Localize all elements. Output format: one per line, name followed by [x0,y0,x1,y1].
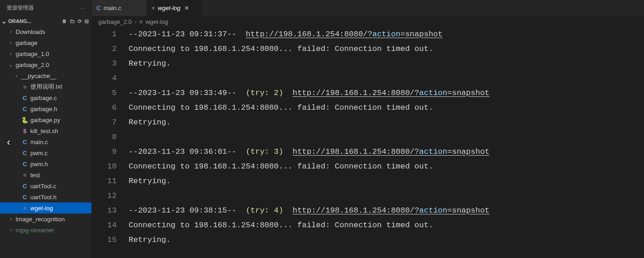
tree-file[interactable]: CuartTool.h [0,191,91,202]
breadcrumb-seg-folder[interactable]: garbage_2.0 [98,18,132,25]
editor-tab[interactable]: ≡wget-log✕ [147,0,202,16]
tree-file[interactable]: $kill_test.sh [0,125,91,136]
code-line[interactable] [129,71,644,86]
link-url[interactable]: http://198.168.1.254:8080/?action=snapsh… [246,30,443,39]
tree-item-label: __pycache__ [21,73,56,79]
file-icon: ≡ [139,18,143,25]
tree-file[interactable]: 🐍garbage.py [0,114,91,125]
code-line[interactable]: --2023-11-23 09:36:01-- (try: 3) http://… [129,145,644,159]
chevron-icon: › [8,216,14,222]
tree-item-label: test [30,172,40,179]
code-line[interactable] [129,130,644,145]
code-line[interactable]: --2023-11-23 09:31:37-- http://198.168.1… [129,27,644,42]
tree-file[interactable]: Cgarbage.h [0,103,91,114]
code-line[interactable]: Connecting to 198.168.1.254:8080... fail… [129,159,644,174]
tree-item-label: Downloads [16,28,45,35]
code-line[interactable]: --2023-11-23 09:38:15-- (try: 4) http://… [129,203,644,218]
code-line[interactable]: Connecting to 198.168.1.254:8080... fail… [129,42,644,56]
editor-tab[interactable]: Cmain.c [92,0,147,16]
code-line[interactable]: Retrying. [129,233,644,247]
tree-file[interactable]: Cpwm.h [0,158,91,169]
code-line[interactable]: Connecting to 198.168.1.254:8080... fail… [129,101,644,115]
tree-item-label: main.c [30,139,48,146]
sidebar: 资源管理器 ··· ⌄ ORANG... 🗎 🗀 ⟳ ⊟ ›Downloads›… [0,0,92,258]
tree-file[interactable]: Cmain.c [0,136,91,147]
workspace-name: ORANG... [8,18,61,24]
line-number: 8 [92,130,117,145]
link-url[interactable]: http://198.168.1.254:8080/?action=snapsh… [293,147,490,156]
tree-folder[interactable]: ›Downloads [0,26,91,37]
line-number: 3 [92,56,117,71]
tree-folder[interactable]: ›mjpg-streamer [0,224,91,236]
file-icon: C [21,106,28,112]
file-icon: $ [21,128,28,135]
file-icon: ≡ [152,5,155,11]
new-folder-icon[interactable]: 🗀 [70,18,75,24]
tree-folder[interactable]: ›garbage_1.0 [0,48,91,59]
breadcrumb[interactable]: garbage_2.0 › ≡ wget-log [92,16,644,27]
sidebar-more-icon[interactable]: ··· [78,4,88,12]
file-icon: C [96,5,101,11]
tree-item-label: kill_test.sh [30,128,58,135]
breadcrumb-seg-file[interactable]: wget-log [146,18,168,25]
chevron-icon: ⌄ [8,62,14,68]
code-line[interactable]: Retrying. [129,174,644,189]
url-param: action [419,147,447,156]
line-number: 12 [92,189,117,203]
tree-item-label: uartTool.c [30,183,56,190]
tab-label: main.c [103,5,121,11]
tree-folder[interactable]: ⌄garbage_2.0 [0,59,91,70]
close-icon[interactable]: ✕ [183,4,190,12]
sidebar-header: 资源管理器 ··· [0,0,91,16]
retry-count: (try: 2) [246,89,283,97]
code-line[interactable]: Retrying. [129,56,644,71]
tree-file[interactable]: Cpwm.c [0,147,91,158]
line-number: 13 [92,203,117,218]
tree-item-label: mjpg-streamer [16,227,54,234]
code-line[interactable]: --2023-11-23 09:33:49-- (try: 2) http://… [129,86,644,101]
tree-folder[interactable]: ›garbage [0,37,91,48]
tree-item-label: pwm.c [30,150,48,157]
link-url[interactable]: http://198.168.1.254:8080/?action=snapsh… [293,89,490,97]
tree-item-label: garbage_1.0 [16,50,49,57]
new-file-icon[interactable]: 🗎 [62,18,67,24]
url-param: action [373,30,401,39]
line-number: 10 [92,159,117,174]
tree-folder[interactable]: ›Image_recognition [0,213,91,224]
collapse-all-icon[interactable]: ⊟ [85,18,89,24]
tree-file[interactable]: ≡使用说明.txt [0,81,91,92]
code-content[interactable]: --2023-11-23 09:31:37-- http://198.168.1… [129,27,644,258]
tab-label: wget-log [158,5,181,11]
tree-file[interactable]: CuartTool.c [0,180,91,191]
workspace-folder-header[interactable]: ⌄ ORANG... 🗎 🗀 ⟳ ⊟ [0,16,91,26]
tree-item-label: garbage.py [30,117,60,123]
file-icon: ≡ [21,84,28,90]
tree-file[interactable]: ≡test [0,169,91,180]
file-icon: C [21,194,28,201]
retry-count: (try: 4) [246,206,283,215]
line-number: 6 [92,101,117,115]
url-param: action [419,89,447,97]
url-param: action [419,206,447,215]
nav-back-arrow[interactable]: ‹ [7,136,10,148]
code-line[interactable]: Connecting to 198.168.1.254:8080... fail… [129,218,644,233]
code-line[interactable] [129,189,644,203]
tree-item-label: garbage.c [30,95,57,101]
refresh-icon[interactable]: ⟳ [78,18,82,24]
tree-item-label: 使用说明.txt [30,83,62,91]
tree-item-label: garbage [16,39,38,46]
tab-bar: Cmain.c≡wget-log✕ [92,0,644,16]
chevron-down-icon: ⌄ [1,18,7,24]
tree-item-label: garbage_2.0 [16,62,49,68]
link-url[interactable]: http://198.168.1.254:8080/?action=snapsh… [293,206,490,215]
tree-file[interactable]: ≡wget-log [0,202,91,213]
retry-count: (try: 3) [246,147,283,156]
line-number: 14 [92,218,117,233]
tree-file[interactable]: Cgarbage.c [0,92,91,103]
editor[interactable]: 123456789101112131415 --2023-11-23 09:31… [92,27,644,258]
code-line[interactable]: Retrying. [129,115,644,130]
line-number: 4 [92,71,117,86]
breadcrumb-sep: › [135,18,136,25]
chevron-icon: › [8,227,14,233]
tree-folder[interactable]: ›__pycache__ [0,70,91,81]
